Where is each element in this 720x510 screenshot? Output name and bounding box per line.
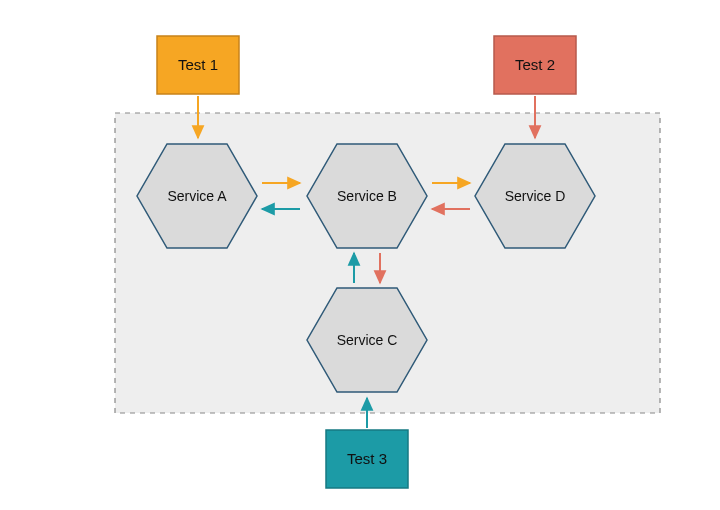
test-1-label: Test 1	[178, 56, 218, 73]
service-b-label: Service B	[337, 188, 397, 204]
test-3-label: Test 3	[347, 450, 387, 467]
test-3-node: Test 3	[326, 430, 408, 488]
test-2-label: Test 2	[515, 56, 555, 73]
service-a-label: Service A	[167, 188, 227, 204]
test-1-node: Test 1	[157, 36, 239, 94]
test-2-node: Test 2	[494, 36, 576, 94]
service-d-label: Service D	[505, 188, 566, 204]
service-c-label: Service C	[337, 332, 398, 348]
